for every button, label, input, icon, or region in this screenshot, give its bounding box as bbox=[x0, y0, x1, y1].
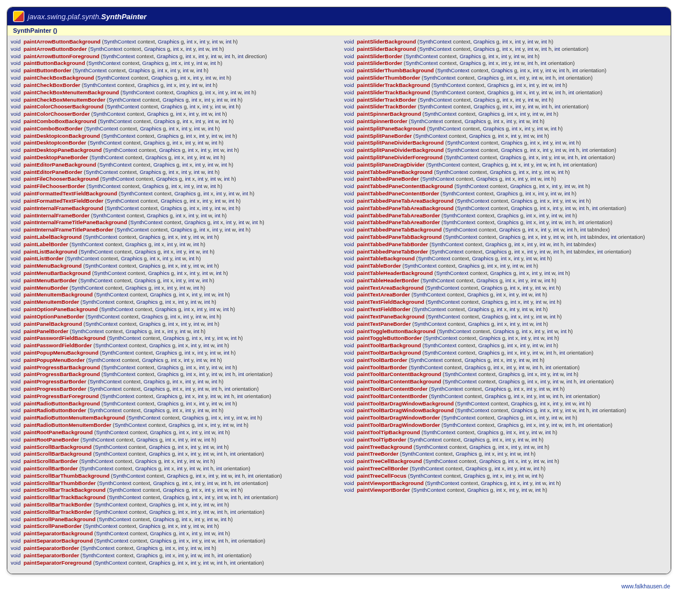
method-row: void paintTabbedPaneTabBackground (Synth… bbox=[344, 226, 667, 234]
method-row: void paintTreeCellBorder (SynthContext c… bbox=[344, 465, 667, 473]
method-row: void paintSliderThumbBackground (SynthCo… bbox=[344, 67, 667, 75]
method-row: void paintToolBarDragWindowBorder (Synth… bbox=[344, 414, 667, 422]
method-row: void paintSliderTrackBackground (SynthCo… bbox=[344, 89, 667, 97]
method-name: paintInternalFrameTitlePaneBackground bbox=[24, 219, 127, 225]
method-name: paintTabbedPaneContentBorder bbox=[357, 190, 440, 196]
method-row: void paintFileChooserBackground (SynthCo… bbox=[11, 176, 334, 183]
method-row: void paintColorChooserBackground (SynthC… bbox=[11, 103, 334, 111]
method-row: void paintToolBarBackground (SynthContex… bbox=[344, 349, 667, 357]
constructor-row: SynthPainter () bbox=[7, 25, 671, 36]
return-type: void bbox=[344, 335, 354, 341]
method-row: void paintColorChooserBorder (SynthConte… bbox=[11, 111, 334, 118]
method-row: void paintMenuItemBackground (SynthConte… bbox=[11, 291, 334, 299]
return-type: void bbox=[11, 422, 20, 428]
method-name: paintFileChooserBackground bbox=[24, 176, 99, 182]
method-name: paintScrollBarBackground bbox=[24, 444, 92, 450]
return-type: void bbox=[344, 436, 354, 443]
method-row: void paintToolBarContentBorder (SynthCon… bbox=[344, 386, 667, 393]
method-row: void paintMenuBarBorder (SynthContext co… bbox=[11, 277, 334, 285]
method-name: paintTableBackground bbox=[357, 255, 415, 261]
method-row: void paintInternalFrameTitlePaneBackgrou… bbox=[11, 219, 334, 226]
return-type: void bbox=[11, 60, 20, 66]
return-type: void bbox=[11, 263, 20, 269]
method-row: void paintTableHeaderBorder (SynthContex… bbox=[344, 277, 667, 285]
return-type: void bbox=[11, 429, 20, 435]
method-name: paintTextAreaBackground bbox=[357, 285, 424, 291]
method-name: paintToolTipBorder bbox=[357, 436, 406, 443]
method-name: paintTreeCellBackground bbox=[357, 458, 422, 464]
method-name: paintCheckBoxMenuItemBorder bbox=[24, 97, 106, 103]
return-type: void bbox=[344, 133, 354, 139]
method-row: void paintArrowButtonBorder (SynthContex… bbox=[11, 46, 334, 53]
return-type: void bbox=[344, 82, 354, 88]
method-row: void paintSeparatorBackground (SynthCont… bbox=[11, 538, 334, 545]
method-name: paintSliderTrackBorder bbox=[357, 97, 416, 103]
return-type: void bbox=[11, 125, 20, 132]
method-row: void paintButtonBorder (SynthContext con… bbox=[11, 67, 334, 75]
method-row: void paintPasswordFieldBorder (SynthCont… bbox=[11, 342, 334, 349]
return-type: void bbox=[344, 473, 354, 479]
method-name: paintSliderBackground bbox=[357, 46, 416, 52]
method-name: paintTabbedPaneContentBackground bbox=[357, 183, 453, 189]
method-row: void paintListBorder (SynthContext conte… bbox=[11, 255, 334, 263]
return-type: void bbox=[11, 212, 20, 219]
method-row: void paintPopupMenuBackground (SynthCont… bbox=[11, 349, 334, 357]
method-row: void paintToolBarContentBackground (Synt… bbox=[344, 378, 667, 386]
method-row: void paintSliderTrackBorder (SynthContex… bbox=[344, 103, 667, 111]
return-type: void bbox=[11, 147, 20, 153]
method-name: paintToolBarContentBackground bbox=[357, 371, 441, 377]
method-name: paintSeparatorBorder bbox=[24, 552, 79, 558]
method-row: void paintSplitPaneDividerForeground (Sy… bbox=[344, 154, 667, 161]
method-name: paintDesktopPaneBorder bbox=[24, 154, 88, 160]
return-type: void bbox=[344, 480, 354, 486]
return-type: void bbox=[344, 364, 354, 370]
return-type: void bbox=[344, 263, 354, 269]
method-name: paintToolBarDragWindowBackground bbox=[357, 407, 454, 413]
return-type: void bbox=[344, 103, 354, 110]
return-type: void bbox=[11, 248, 20, 255]
method-name: paintSplitPaneDividerBackground bbox=[357, 147, 444, 153]
return-type: void bbox=[11, 349, 20, 356]
method-name: paintTabbedPaneTabBackground bbox=[357, 226, 442, 233]
method-name: paintSeparatorForeground bbox=[24, 560, 92, 566]
return-type: void bbox=[11, 444, 20, 450]
method-row: void paintFormattedTextFieldBorder (Synt… bbox=[11, 198, 334, 205]
method-name: paintDesktopPaneBackground bbox=[24, 147, 102, 153]
method-name: paintPanelBorder bbox=[24, 328, 68, 334]
method-row: void paintTreeCellBackground (SynthConte… bbox=[344, 458, 667, 465]
method-name: paintProgressBarBorder bbox=[24, 386, 86, 392]
return-type: void bbox=[344, 458, 354, 464]
method-name: paintProgressBarBackground bbox=[24, 371, 100, 377]
method-name: paintSliderBorder bbox=[357, 60, 402, 66]
method-row: void paintSeparatorBorder (SynthContext … bbox=[11, 545, 334, 552]
method-name: paintToolBarBackground bbox=[357, 342, 421, 348]
method-row: void paintScrollBarBorder (SynthContext … bbox=[11, 458, 334, 465]
method-name: paintTabbedPaneBackground bbox=[357, 169, 433, 175]
method-row: void paintFileChooserBorder (SynthContex… bbox=[11, 183, 334, 190]
method-row: void paintSliderBackground (SynthContext… bbox=[344, 46, 667, 53]
method-row: void paintSliderThumbBorder (SynthContex… bbox=[344, 75, 667, 82]
return-type: void bbox=[344, 60, 354, 66]
method-name: paintTableBorder bbox=[357, 263, 401, 269]
return-type: void bbox=[11, 226, 20, 233]
method-name: paintToggleButtonBackground bbox=[357, 328, 436, 334]
method-row: void paintScrollBarBackground (SynthCont… bbox=[11, 444, 334, 451]
method-name: paintOptionPaneBorder bbox=[24, 313, 84, 320]
return-type: void bbox=[11, 545, 20, 551]
footer-link[interactable]: www.falkhausen.de bbox=[0, 581, 678, 595]
method-row: void paintTableBorder (SynthContext cont… bbox=[344, 263, 667, 270]
method-name: paintTextFieldBorder bbox=[357, 306, 411, 312]
return-type: void bbox=[344, 451, 354, 457]
method-name: paintLabelBackground bbox=[24, 234, 82, 240]
return-type: void bbox=[11, 285, 20, 291]
method-name: paintRadioButtonMenuItemBorder bbox=[24, 422, 111, 428]
method-name: paintColorChooserBackground bbox=[24, 103, 103, 110]
package-name: javax.swing.plaf.synth. bbox=[28, 12, 101, 21]
return-type: void bbox=[11, 501, 20, 508]
return-type: void bbox=[11, 523, 20, 529]
method-name: paintTextFieldBackground bbox=[357, 299, 424, 305]
method-name: paintToolBarContentBackground bbox=[357, 378, 441, 385]
method-row: void paintScrollBarTrackBackground (Synt… bbox=[11, 487, 334, 494]
method-row: void paintRadioButtonBorder (SynthContex… bbox=[11, 407, 334, 414]
method-row: void paintPanelBorder (SynthContext cont… bbox=[11, 328, 334, 335]
